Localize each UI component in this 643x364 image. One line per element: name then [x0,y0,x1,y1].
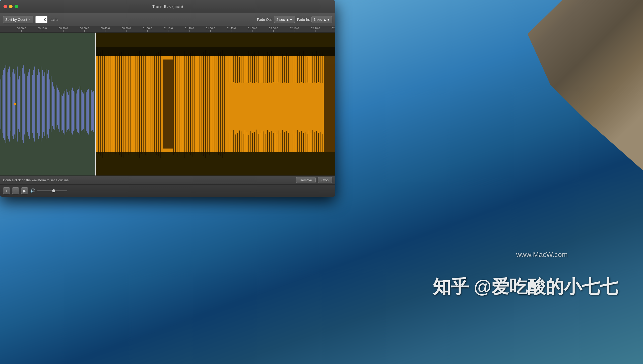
svg-rect-219 [228,133,228,152]
svg-rect-187 [158,52,159,156]
svg-rect-222 [233,130,234,152]
svg-rect-306 [296,56,296,82]
remove-marker-button[interactable]: − [12,187,19,194]
svg-rect-268 [320,132,320,152]
svg-rect-155 [98,54,99,154]
svg-rect-11 [13,69,14,104]
svg-rect-315 [312,52,313,83]
svg-rect-220 [230,131,230,152]
svg-rect-262 [309,131,309,152]
svg-point-151 [14,103,16,105]
svg-rect-136 [76,104,77,129]
svg-rect-289 [264,53,264,83]
svg-rect-82 [8,104,9,139]
svg-rect-79 [4,104,5,140]
svg-rect-191 [175,55,176,153]
svg-rect-122 [58,104,59,129]
svg-rect-106 [38,104,39,139]
svg-rect-204 [200,56,200,152]
fade-in-dropdown[interactable]: 1 sec ▲▼ [311,16,332,23]
svg-rect-314 [311,56,311,83]
waveform-area[interactable] [0,33,335,175]
svg-rect-70 [87,90,88,104]
play-button[interactable]: ▶ [21,187,28,194]
svg-rect-48 [59,92,60,104]
transport-bar: + − ▶ 🔊 [0,184,335,197]
svg-rect-44 [54,89,55,104]
svg-rect-54 [67,92,68,104]
svg-rect-299 [282,54,283,83]
maximize-button[interactable] [15,5,18,8]
svg-rect-271 [230,56,230,82]
svg-rect-192 [177,51,177,157]
volume-slider[interactable] [37,190,67,191]
svg-rect-303 [290,52,290,83]
svg-rect-275 [237,54,238,83]
svg-rect-297 [279,55,279,82]
svg-rect-130 [68,104,69,129]
svg-rect-208 [207,54,208,154]
close-button[interactable] [4,5,7,8]
svg-rect-129 [67,104,68,130]
svg-rect-57 [71,90,72,104]
svg-rect-174 [134,53,134,155]
svg-rect-97 [27,104,28,132]
svg-rect-21 [26,71,26,104]
svg-rect-167 [121,52,122,157]
svg-rect-316 [314,54,315,82]
svg-rect-75 [93,91,94,104]
svg-rect-147 [90,104,90,132]
svg-rect-140 [81,104,82,131]
svg-rect-239 [266,134,266,152]
svg-rect-14 [17,66,18,104]
minimize-button[interactable] [9,5,13,8]
parts-count-input[interactable] [35,16,47,23]
ruler-tick-label: 00:10.0 [38,27,47,30]
svg-rect-267 [318,133,319,152]
svg-rect-68 [85,91,85,104]
ruler-tick-line [315,30,315,32]
svg-rect-27 [33,70,34,104]
svg-rect-251 [288,133,289,152]
svg-rect-309 [301,55,302,82]
svg-rect-161 [110,54,110,154]
svg-rect-286 [258,51,259,83]
ruler-tick: 00:10.0 [38,27,47,32]
svg-rect-232 [252,133,253,152]
ruler-tick-line [168,30,168,32]
crop-button[interactable]: Crop [318,177,332,183]
svg-rect-103 [34,104,35,142]
svg-rect-83 [9,104,10,142]
ruler-tick-line [105,30,105,32]
svg-rect-250 [286,131,287,152]
add-marker-button[interactable]: + [3,187,10,194]
svg-rect-285 [256,55,256,82]
svg-rect-39 [48,70,49,104]
svg-rect-121 [57,104,58,125]
remove-button[interactable]: Remove [296,177,315,183]
svg-rect-105 [37,104,38,133]
ruler-tick: 00:00.0 [17,27,26,32]
split-by-dropdown[interactable]: Split by Count ▼ [3,16,33,23]
svg-rect-23 [28,72,29,104]
svg-rect-227 [243,134,243,152]
svg-rect-25 [31,78,31,104]
svg-rect-230 [248,135,249,152]
svg-rect-253 [292,134,292,152]
ruler-tick-line [210,30,211,32]
svg-rect-126 [63,104,64,133]
ruler-tick-label: 02:30.0 [332,27,335,30]
fade-out-value: 2 sec [276,18,285,22]
svg-rect-195 [183,52,183,156]
chevron-down-icon: ▲▼ [323,18,330,22]
svg-rect-24 [29,69,30,104]
svg-rect-276 [239,57,240,82]
svg-rect-235 [258,134,259,152]
svg-rect-206 [203,52,204,156]
svg-rect-148 [91,104,92,131]
svg-rect-312 [307,57,307,82]
fade-out-dropdown[interactable]: 2 sec ▲▼ [274,16,295,23]
svg-rect-5 [6,65,6,104]
volume-slider-thumb [52,189,55,192]
svg-rect-110 [43,104,44,132]
